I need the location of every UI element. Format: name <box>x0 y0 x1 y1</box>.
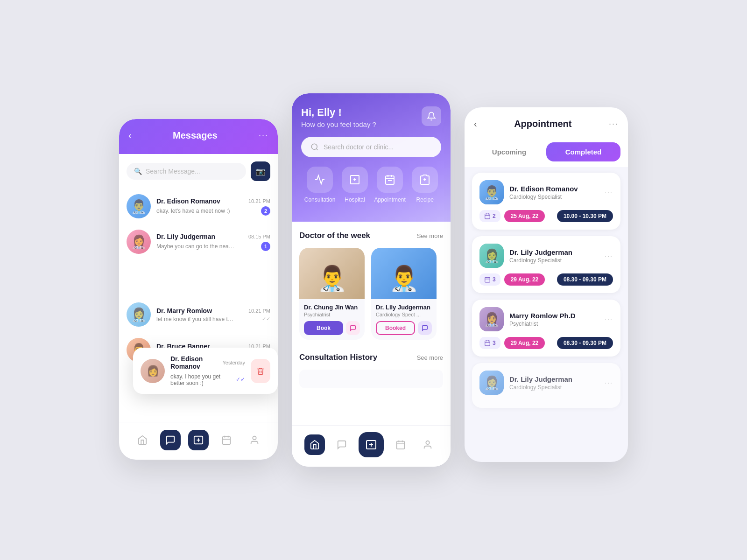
nav-home[interactable] <box>132 430 153 450</box>
messages-title: Messages <box>173 130 218 141</box>
doctor-week-title: Doctor of the week <box>299 231 370 240</box>
tab-completed[interactable]: Completed <box>546 142 620 161</box>
subgreeting-text: How do you feel today ? <box>301 120 376 128</box>
bottom-navigation <box>119 422 278 460</box>
more-options-button[interactable]: ··· <box>609 119 619 129</box>
consultation-label: Consultation <box>304 196 336 203</box>
appointment-icon <box>377 167 403 193</box>
nav-health[interactable] <box>188 430 209 450</box>
doctor-specialty: Cardiology Specialist <box>509 194 578 200</box>
appointment-card: 👨‍⚕️ Dr. Edison Romanov Cardiology Speci… <box>472 173 620 230</box>
doctor-name: Dr. Lily Judgerman <box>376 304 432 311</box>
svg-point-8 <box>311 144 317 149</box>
message-preview: let me know if you still have the... <box>156 316 236 322</box>
svg-rect-3 <box>223 437 231 445</box>
nav-chat[interactable] <box>331 434 352 455</box>
sender-name: Dr. Lily Judgerman <box>156 233 215 240</box>
category-appointment[interactable]: Appointment <box>374 167 405 203</box>
camera-button[interactable]: 📷 <box>251 161 270 181</box>
appointment-date: 25 Aug, 22 <box>504 210 545 222</box>
doctor-name: Dr. Chung Jin Wan <box>304 304 360 311</box>
home-screen: Hi, Elly ! How do you feel today ? Searc… <box>292 93 451 467</box>
floating-message: okay. I hope you get better soon :) <box>170 373 233 386</box>
message-info: Dr. Lily Judgerman 08.15 PM Maybe you ca… <box>156 233 270 251</box>
doctor-name: Dr. Lily Judgerman <box>509 248 572 256</box>
search-input[interactable]: Search Message... <box>146 168 200 175</box>
search-box[interactable]: 🔍 Search Message... <box>127 163 246 180</box>
message-info: Dr. Edison Romanov 10.21 PM okay. let's … <box>156 197 270 216</box>
doctor-specialty: Psychiatrist <box>509 321 576 327</box>
nav-chat[interactable] <box>160 430 181 450</box>
doctor-info: Dr. Chung Jin Wan Psychiatrist Book <box>299 299 365 340</box>
category-recipe[interactable]: Recipe <box>412 167 438 203</box>
doctor-avatar: 👩‍⚕️ <box>479 244 504 268</box>
nav-profile[interactable] <box>244 430 265 450</box>
floating-notification-card[interactable]: 👩 Dr. Edison Romanov Yesterday okay. I h… <box>133 348 278 394</box>
nav-calendar[interactable] <box>390 434 411 455</box>
messages-screen: ‹ Messages ··· 🔍 Search Message... 📷 👨‍⚕… <box>119 119 278 460</box>
appointment-time: 10.00 - 10.30 PM <box>557 210 613 222</box>
appointment-screen: ‹ Appointment ··· Upcoming Completed 👨‍⚕… <box>465 107 628 462</box>
doctor-name: Dr. Lily Judgerman <box>509 375 572 383</box>
camera-icon: 📷 <box>256 167 265 176</box>
tab-upcoming[interactable]: Upcoming <box>472 142 546 161</box>
search-row: 🔍 Search Message... 📷 <box>119 154 278 185</box>
back-button[interactable]: ‹ <box>474 119 477 129</box>
message-time: 10.21 PM <box>248 198 270 204</box>
doctor-avatar: 👨‍⚕️ <box>479 180 504 204</box>
message-item[interactable]: 👩‍⚕️ Dr. Marry Romlow 10.21 PM let me kn… <box>119 297 278 332</box>
see-more-button[interactable]: See more <box>417 232 443 239</box>
session-count: 3 <box>479 273 500 286</box>
chat-button[interactable] <box>418 321 432 335</box>
message-info: Dr. Marry Romlow 10.21 PM let me know if… <box>156 307 270 322</box>
category-hospital[interactable]: Hospital <box>342 167 368 203</box>
more-options[interactable]: ··· <box>605 315 613 323</box>
nav-home[interactable] <box>304 434 325 455</box>
recipe-label: Recipe <box>416 196 434 203</box>
appointment-list: 👨‍⚕️ Dr. Edison Romanov Cardiology Speci… <box>465 167 628 462</box>
home-bottom-navigation <box>292 425 451 467</box>
doctor-week-header: Doctor of the week See more <box>299 231 443 240</box>
appointment-date: 29 Aug, 22 <box>504 273 545 286</box>
svg-rect-28 <box>485 214 490 219</box>
more-options-button[interactable]: ··· <box>259 131 268 140</box>
home-body: Doctor of the week See more 👨‍⚕️ Dr. Chu… <box>292 222 451 425</box>
doctor-photo: 👨‍⚕️ <box>371 248 437 299</box>
nav-health[interactable] <box>359 432 384 457</box>
delete-button[interactable] <box>251 359 270 383</box>
back-button[interactable]: ‹ <box>128 130 132 141</box>
svg-rect-36 <box>485 341 490 346</box>
chat-button[interactable] <box>346 321 360 335</box>
booked-button[interactable]: Booked <box>376 321 415 335</box>
message-item[interactable]: 👨‍⚕️ Dr. Edison Romanov 10.21 PM okay. l… <box>119 189 278 224</box>
search-input[interactable]: Search doctor or clinic... <box>324 143 394 151</box>
more-options[interactable]: ··· <box>605 189 613 196</box>
more-options[interactable]: ··· <box>605 379 613 386</box>
category-consultation[interactable]: Consultation <box>304 167 336 203</box>
unread-badge: 2 <box>261 206 270 216</box>
appointment-card: 👩‍⚕️ Dr. Lily Judgerman Cardiology Speci… <box>472 236 620 293</box>
appointment-header: ‹ Appointment ··· <box>465 107 628 137</box>
doctor-avatar: 👩‍⚕️ <box>479 371 504 395</box>
consultation-history-title: Consultation History <box>299 353 377 362</box>
appointment-time: 08.30 - 09.30 PM <box>557 337 613 349</box>
message-item[interactable]: 👩‍⚕️ Dr. Lily Judgerman 08.15 PM Maybe y… <box>119 224 278 259</box>
hospital-icon <box>342 167 368 193</box>
search-bar[interactable]: Search doctor or clinic... <box>301 137 441 157</box>
doctor-info: Dr. Lily Judgerman Cardiology Spect ... … <box>371 299 437 340</box>
consultation-history-section: Consultation History See more <box>299 353 443 388</box>
consultation-see-more-button[interactable]: See more <box>417 354 443 361</box>
home-header: Hi, Elly ! How do you feel today ? Searc… <box>292 93 451 222</box>
nav-profile[interactable] <box>417 434 438 455</box>
hospital-label: Hospital <box>345 196 365 203</box>
more-options[interactable]: ··· <box>605 252 613 259</box>
svg-rect-23 <box>397 441 405 449</box>
message-preview: Maybe you can go to the nearest... <box>156 243 236 250</box>
read-check: ✓✓ <box>262 316 270 322</box>
floating-info: Dr. Edison Romanov Yesterday okay. I hop… <box>170 355 245 386</box>
nav-calendar[interactable] <box>216 430 237 450</box>
session-count: 2 <box>479 210 500 222</box>
notification-button[interactable] <box>422 106 441 126</box>
book-button[interactable]: Book <box>304 321 343 335</box>
floating-name: Dr. Edison Romanov <box>170 355 222 370</box>
